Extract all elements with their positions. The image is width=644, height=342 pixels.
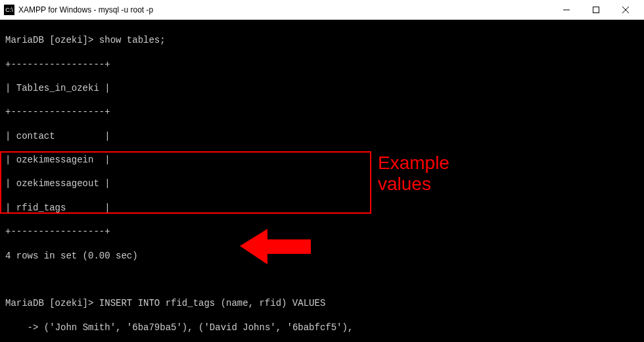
table-row: | ozekimessageout | bbox=[5, 178, 639, 189]
window-titlebar: C:\ XAMPP for Windows - mysql -u root -p bbox=[0, 0, 644, 20]
svg-rect-1 bbox=[593, 7, 599, 13]
blank-line bbox=[5, 274, 639, 285]
app-icon: C:\ bbox=[4, 5, 14, 15]
minimize-button[interactable] bbox=[551, 0, 581, 20]
table-border: +-----------------+ bbox=[5, 106, 639, 118]
table-row: | ozekimessagein | bbox=[5, 154, 639, 166]
terminal-output[interactable]: MariaDB [ozeki]> show tables; +---------… bbox=[0, 20, 644, 342]
table-row: | rfid_tags | bbox=[5, 202, 639, 214]
table-border: +-----------------+ bbox=[5, 226, 639, 237]
maximize-button[interactable] bbox=[581, 0, 610, 20]
maximize-icon bbox=[593, 7, 599, 13]
rows-in-set: 4 rows in set (0.00 sec) bbox=[5, 250, 639, 262]
table-header: | Tables_in_ozeki | bbox=[5, 82, 639, 94]
window-title: XAMPP for Windows - mysql -u root -p bbox=[18, 5, 551, 14]
table-border: +-----------------+ bbox=[5, 59, 639, 70]
close-button[interactable] bbox=[610, 0, 640, 20]
cmd-show-tables: show tables; bbox=[93, 35, 165, 45]
prompt: MariaDB [ozeki]> bbox=[5, 298, 93, 308]
table-row: | contact | bbox=[5, 130, 639, 142]
cmd-insert: INSERT INTO rfid_tags (name, rfid) VALUE… bbox=[93, 298, 325, 308]
cmd-insert-values: ('John Smith', '6ba79ba5'), ('David John… bbox=[38, 322, 353, 333]
prompt: MariaDB [ozeki]> bbox=[5, 35, 93, 45]
cont-prompt: -> bbox=[5, 322, 38, 333]
close-icon bbox=[622, 7, 629, 13]
minimize-icon bbox=[563, 7, 570, 13]
